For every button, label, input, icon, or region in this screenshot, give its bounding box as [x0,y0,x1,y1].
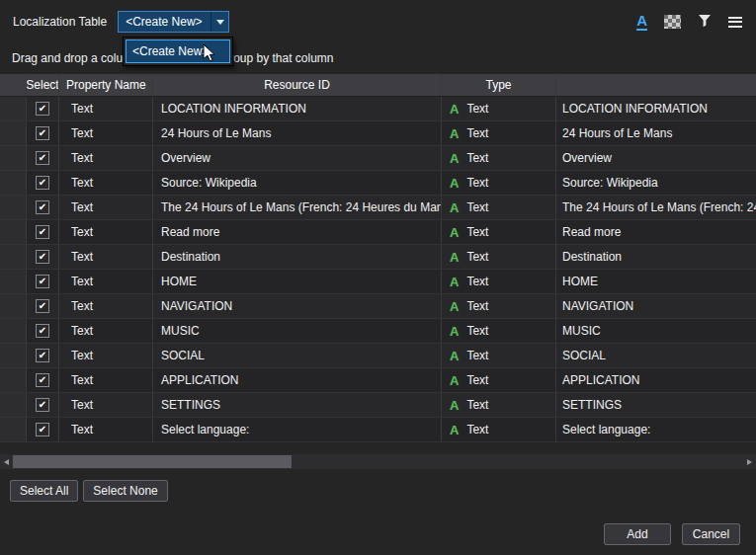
value-cell: 24 Hours of Le Mans [556,121,756,145]
value-cell: SETTINGS [556,393,756,417]
table-row[interactable]: ✔ Text Select language: A Text Select la… [0,418,756,442]
table-row[interactable]: ✔ Text SETTINGS A Text SETTINGS [0,393,756,418]
resource-id-cell: LOCATION INFORMATION [153,97,442,120]
table-body: ✔ Text LOCATION INFORMATION A Text LOCAT… [0,97,756,442]
row-select-cell: ✔ [27,294,59,318]
checkmark-icon: ✔ [39,202,46,212]
resource-id-cell: 24 Hours of Le Mans [153,121,442,145]
table-row[interactable]: ✔ Text Read more A Text Read more [0,220,756,245]
table-row[interactable]: ✔ Text Overview A Text Overview [0,146,756,171]
type-label: Text [466,275,488,288]
row-checkbox[interactable]: ✔ [36,324,49,338]
table-row[interactable]: ✔ Text HOME A Text HOME [0,270,756,294]
text-type-icon: A [450,176,459,191]
table-row[interactable]: ✔ Text NAVIGATION A Text NAVIGATION [0,294,756,319]
checkmark-icon: ✔ [39,400,46,410]
row-checkbox[interactable]: ✔ [36,225,49,239]
property-name-cell: Text [59,245,153,269]
scroll-left-arrow-icon[interactable] [0,454,13,469]
value-cell: Destination [556,245,756,269]
table-row[interactable]: ✔ Text Destination A Text Destination [0,245,756,270]
type-cell: A Text [442,220,556,244]
text-type-icon: A [450,349,459,363]
resource-id-cell: Select language: [153,418,442,441]
chevron-down-icon[interactable] [210,12,228,32]
row-checkbox[interactable]: ✔ [36,250,49,264]
scroll-right-arrow-icon[interactable] [743,454,756,469]
property-name-cell: Text [59,220,153,244]
table-row[interactable]: ✔ Text The 24 Hours of Le Mans (French: … [0,196,756,220]
row-checkbox[interactable]: ✔ [36,275,49,288]
filter-icon[interactable] [698,14,712,31]
localization-table-combobox[interactable]: <Create New> [118,11,229,33]
row-header-cell [0,319,27,343]
add-button[interactable]: Add [604,523,671,545]
row-checkbox[interactable]: ✔ [36,176,49,190]
property-name-cell: Text [59,344,153,367]
text-type-icon: A [450,126,459,141]
text-type-icon: A [450,200,459,215]
text-type-icon: A [450,250,459,265]
type-cell: A Text [442,121,556,145]
dropdown-item-create-new[interactable]: <Create New> [126,40,230,63]
resource-id-cell: SETTINGS [153,393,442,417]
select-none-button[interactable]: Select None [83,480,167,502]
table-row[interactable]: ✔ Text MUSIC A Text MUSIC [0,319,756,344]
table-header-row: Select Property Name Resource ID Type [0,74,756,97]
checkmark-icon: ✔ [39,252,46,262]
row-header-cell [0,171,27,195]
type-label: Text [466,200,488,214]
type-cell: A Text [442,294,556,318]
resource-id-cell: The 24 Hours of Le Mans (French: 24 Heur… [153,196,442,219]
horizontal-scrollbar[interactable] [0,454,756,469]
row-header-cell [0,418,27,441]
row-checkbox[interactable]: ✔ [36,200,49,214]
combobox-dropdown-popup: <Create New> [123,37,233,66]
cancel-button[interactable]: Cancel [682,523,740,545]
image-checker-icon[interactable] [664,15,681,29]
resource-id-cell: Overview [153,146,442,170]
table-row[interactable]: ✔ Text APPLICATION A Text APPLICATION [0,368,756,393]
row-checkbox[interactable]: ✔ [36,398,49,412]
row-checkbox[interactable]: ✔ [36,126,49,140]
text-type-icon: A [450,275,459,289]
property-name-cell: Text [59,418,153,441]
row-checkbox[interactable]: ✔ [36,299,49,313]
column-header-resource-id[interactable]: Resource ID [153,74,442,96]
row-select-cell: ✔ [27,344,59,367]
type-label: Text [466,299,488,313]
column-header-type[interactable]: Type [442,74,556,96]
table-row[interactable]: ✔ Text Source: Wikipedia A Text Source: … [0,171,756,196]
column-header-select[interactable]: Select [27,74,59,96]
scrollbar-thumb[interactable] [13,455,292,468]
table-row[interactable]: ✔ Text SOCIAL A Text SOCIAL [0,344,756,368]
row-checkbox[interactable]: ✔ [36,349,49,362]
row-select-cell: ✔ [27,97,59,120]
select-all-button[interactable]: Select All [10,480,78,502]
table-row[interactable]: ✔ Text 24 Hours of Le Mans A Text 24 Hou… [0,121,756,146]
text-format-icon[interactable]: A [636,13,647,31]
column-header-property-name[interactable]: Property Name [59,74,153,96]
row-checkbox[interactable]: ✔ [36,373,49,387]
property-name-cell: Text [59,97,153,120]
type-cell: A Text [442,270,556,293]
hamburger-menu-icon[interactable] [728,17,742,28]
table-row[interactable]: ✔ Text LOCATION INFORMATION A Text LOCAT… [0,97,756,121]
column-header-value[interactable] [556,74,756,96]
row-checkbox[interactable]: ✔ [36,151,49,165]
type-label: Text [466,423,488,436]
type-cell: A Text [442,418,556,441]
text-type-icon: A [450,398,459,413]
text-type-icon: A [450,423,459,437]
resource-id-cell: MUSIC [153,319,442,343]
value-cell: LOCATION INFORMATION [556,97,756,120]
type-label: Text [466,176,488,190]
type-label: Text [466,126,488,140]
row-checkbox[interactable]: ✔ [36,423,49,436]
type-label: Text [466,225,488,239]
type-cell: A Text [442,146,556,170]
row-checkbox[interactable]: ✔ [36,102,49,116]
value-cell: SOCIAL [556,344,756,367]
property-name-cell: Text [59,393,153,417]
value-cell: The 24 Hours of Le Mans (French: 24 [556,196,756,219]
